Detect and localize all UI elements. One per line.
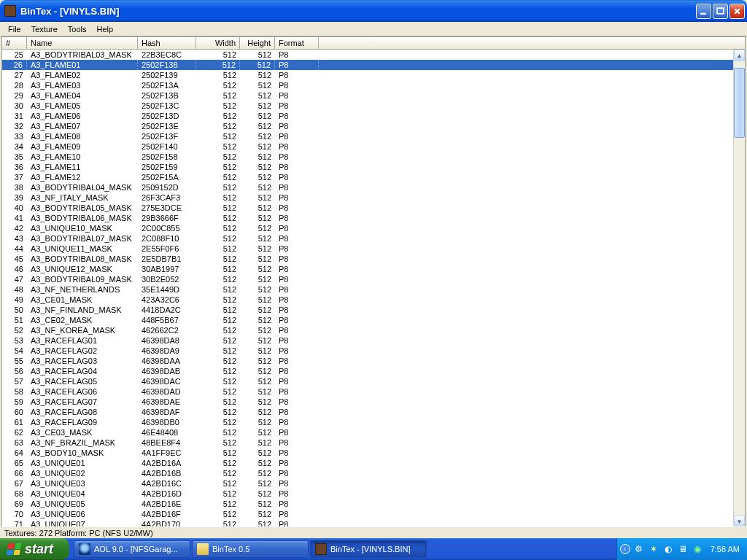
col-fill: [319, 37, 745, 49]
scroll-thumb[interactable]: [734, 68, 745, 138]
tray-icon[interactable]: ◐: [662, 543, 674, 555]
cell-height: 512: [240, 438, 275, 448]
col-hash[interactable]: Hash: [138, 37, 196, 49]
tray-icon[interactable]: ⚙: [633, 543, 645, 555]
table-row[interactable]: 59A3_RACEFLAG0746398DAE512512P8: [2, 397, 733, 407]
table-row[interactable]: 64A3_BODY10_MASK4A1FF9EC512512P8: [2, 448, 733, 458]
table-row[interactable]: 32A3_FLAME072502F13E512512P8: [2, 121, 733, 131]
tray-icon[interactable]: 🖥: [677, 543, 689, 555]
table-row[interactable]: 70A3_UNIQUE064A2BD16F512512P8: [2, 509, 733, 519]
table-row[interactable]: 66A3_UNIQUE024A2BD16B512512P8: [2, 468, 733, 478]
cell-format: P8: [275, 223, 319, 233]
cell-hash: 2C00C855: [138, 223, 196, 233]
table-row[interactable]: 61A3_RACEFLAG0946398DB0512512P8: [2, 417, 733, 427]
maximize-button[interactable]: [713, 4, 728, 19]
col-index[interactable]: #: [2, 37, 27, 49]
cell-idx: 69: [2, 499, 27, 509]
cell-height: 512: [240, 427, 275, 438]
table-row[interactable]: 57A3_RACEFLAG0546398DAC512512P8: [2, 376, 733, 386]
table-row[interactable]: 58A3_RACEFLAG0646398DAD512512P8: [2, 386, 733, 397]
cell-width: 512: [196, 427, 240, 438]
table-row[interactable]: 31A3_FLAME062502F13D512512P8: [2, 111, 733, 121]
table-row[interactable]: 30A3_FLAME052502F13C512512P8: [2, 101, 733, 111]
table-row[interactable]: 36A3_FLAME112502F159512512P8: [2, 162, 733, 172]
col-name[interactable]: Name: [27, 37, 138, 49]
tray-expand-icon[interactable]: ‹: [620, 544, 630, 554]
cell-width: 512: [196, 407, 240, 417]
table-row[interactable]: 50A3_NF_FINLAND_MASK4418DA2C512512P8: [2, 305, 733, 315]
cell-name: A3_BODYTRIBAL06_MASK: [27, 213, 138, 223]
cell-hash: 35E1449D: [138, 284, 196, 295]
table-row[interactable]: 25A3_BODYTRIBAL03_MASK22B3EC8C512512P8: [2, 50, 733, 60]
table-row[interactable]: 46A3_UNIQUE12_MASK30AB1997512512P8: [2, 264, 733, 274]
table-row[interactable]: 37A3_FLAME122502F15A512512P8: [2, 172, 733, 182]
table-row[interactable]: 35A3_FLAME102502F158512512P8: [2, 152, 733, 162]
table-row[interactable]: 40A3_BODYTRIBAL05_MASK275E3DCE512512P8: [2, 203, 733, 213]
menubar: File Texture Tools Help: [0, 22, 747, 36]
table-row[interactable]: 56A3_RACEFLAG0446398DAB512512P8: [2, 366, 733, 376]
cell-format: P8: [275, 203, 319, 213]
col-height[interactable]: Height: [240, 37, 275, 49]
scroll-up-icon[interactable]: ▲: [734, 50, 745, 61]
table-row[interactable]: 44A3_UNIQUE11_MASK2E55F0F6512512P8: [2, 244, 733, 254]
table-row[interactable]: 41A3_BODYTRIBAL06_MASK29B3666F512512P8: [2, 213, 733, 223]
cell-width: 512: [196, 264, 240, 274]
cell-format: P8: [275, 468, 319, 478]
table-row[interactable]: 49A3_CE01_MASK423A32C6512512P8: [2, 295, 733, 305]
table-row[interactable]: 67A3_UNIQUE034A2BD16C512512P8: [2, 478, 733, 489]
table-row[interactable]: 42A3_UNIQUE10_MASK2C00C855512512P8: [2, 223, 733, 233]
table-row[interactable]: 39A3_NF_ITALY_MASK26F3CAF3512512P8: [2, 192, 733, 203]
minimize-button[interactable]: [696, 4, 711, 19]
cell-idx: 68: [2, 489, 27, 499]
table-row[interactable]: 26A3_FLAME012502F138512512P8: [2, 60, 733, 70]
taskbar-items: AOL 9.0 - [NFSGarag...BinTex 0.5BinTex -…: [69, 538, 431, 560]
taskbar-item[interactable]: AOL 9.0 - [NFSGarag...: [74, 540, 190, 558]
start-button[interactable]: start: [0, 538, 69, 560]
table-row[interactable]: 34A3_FLAME092502F140512512P8: [2, 141, 733, 152]
table-row[interactable]: 28A3_FLAME032502F13A512512P8: [2, 80, 733, 90]
cell-name: A3_BODY10_MASK: [27, 448, 138, 458]
table-row[interactable]: 29A3_FLAME042502F13B512512P8: [2, 90, 733, 101]
scroll-down-icon[interactable]: ▼: [734, 516, 745, 527]
table-row[interactable]: 60A3_RACEFLAG0846398DAF512512P8: [2, 407, 733, 417]
menu-file[interactable]: File: [3, 23, 26, 35]
tray-icon[interactable]: ◉: [692, 543, 703, 555]
cell-name: A3_RACEFLAG02: [27, 346, 138, 356]
taskbar-item[interactable]: BinTex 0.5: [192, 540, 309, 558]
cell-format: P8: [275, 101, 319, 111]
table-row[interactable]: 54A3_RACEFLAG0246398DA9512512P8: [2, 346, 733, 356]
table-row[interactable]: 55A3_RACEFLAG0346398DAA512512P8: [2, 356, 733, 366]
table-row[interactable]: 63A3_NF_BRAZIL_MASK48BEE8F4512512P8: [2, 438, 733, 448]
taskbar-item[interactable]: BinTex - [VINYLS.BIN]: [310, 540, 427, 558]
table-row[interactable]: 43A3_BODYTRIBAL07_MASK2C088F10512512P8: [2, 233, 733, 244]
col-format[interactable]: Format: [275, 37, 319, 49]
table-row[interactable]: 62A3_CE03_MASK46E48408512512P8: [2, 427, 733, 438]
cell-format: P8: [275, 192, 319, 203]
table-row[interactable]: 65A3_UNIQUE014A2BD16A512512P8: [2, 458, 733, 468]
table-row[interactable]: 27A3_FLAME022502F139512512P8: [2, 70, 733, 80]
table-row[interactable]: 48A3_NF_NETHERLANDS35E1449D512512P8: [2, 284, 733, 295]
menu-texture[interactable]: Texture: [26, 23, 63, 35]
cell-width: 512: [196, 213, 240, 223]
cell-name: A3_NF_ITALY_MASK: [27, 192, 138, 203]
cell-height: 512: [240, 131, 275, 141]
col-width[interactable]: Width: [196, 37, 240, 49]
table-row[interactable]: 47A3_BODYTRIBAL09_MASK30B2E052512512P8: [2, 274, 733, 284]
table-row[interactable]: 53A3_RACEFLAG0146398DA8512512P8: [2, 335, 733, 346]
clock[interactable]: 7:58 AM: [711, 545, 740, 553]
table-row[interactable]: 38A3_BODYTRIBAL04_MASK2509152D512512P8: [2, 182, 733, 192]
table-row[interactable]: 45A3_BODYTRIBAL08_MASK2E5DB7B1512512P8: [2, 254, 733, 264]
vertical-scrollbar[interactable]: ▲ ▼: [733, 50, 745, 527]
tray-icon[interactable]: ✶: [648, 543, 659, 555]
table-row[interactable]: 33A3_FLAME082502F13F512512P8: [2, 131, 733, 141]
cell-width: 512: [196, 172, 240, 182]
menu-help[interactable]: Help: [92, 23, 119, 35]
table-row[interactable]: 51A3_CE02_MASK448F5B67512512P8: [2, 315, 733, 325]
table-row[interactable]: 69A3_UNIQUE054A2BD16E512512P8: [2, 499, 733, 509]
close-button[interactable]: [729, 4, 745, 19]
menu-tools[interactable]: Tools: [63, 23, 92, 35]
cell-width: 512: [196, 376, 240, 386]
cell-idx: 49: [2, 295, 27, 305]
table-row[interactable]: 68A3_UNIQUE044A2BD16D512512P8: [2, 489, 733, 499]
table-row[interactable]: 52A3_NF_KOREA_MASK462662C2512512P8: [2, 325, 733, 335]
